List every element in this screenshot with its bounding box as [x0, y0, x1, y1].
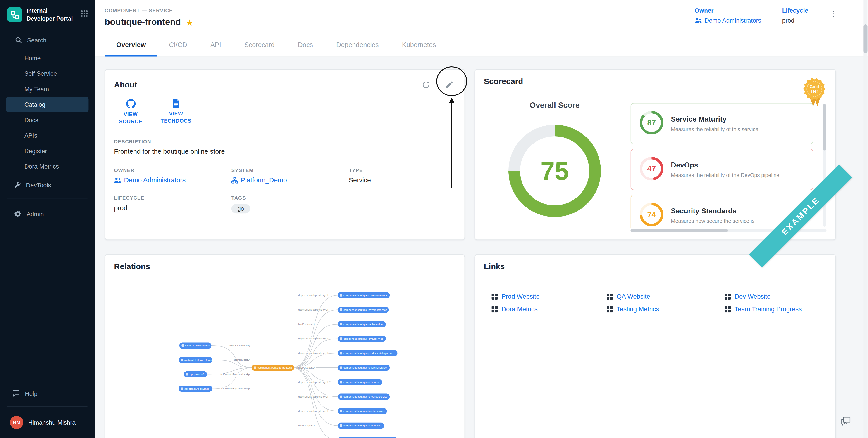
link-prod-website[interactable]: Prod Website	[492, 293, 607, 300]
owner-label: Owner	[695, 7, 761, 14]
lifecycle-label: Lifecycle	[782, 7, 808, 14]
link-qa-website[interactable]: QA Website	[607, 293, 724, 300]
relation-node-system-platform-demo[interactable]: system:Platform_Demo	[179, 357, 212, 363]
search-label: Search	[27, 37, 46, 43]
sidebar-item-apis[interactable]: APIs	[6, 128, 89, 143]
svg-text:component:boutique-paymentserv: component:boutique-paymentservice	[343, 308, 387, 311]
relation-edge-label: hasPart / partOf	[299, 323, 315, 326]
sidebar-item-register[interactable]: Register	[6, 143, 89, 159]
tab-dependencies[interactable]: Dependencies	[325, 35, 390, 56]
score-description: Measures the reliability of the DevOps p…	[671, 172, 779, 178]
apps-grid-icon[interactable]	[81, 9, 88, 20]
scorecard-item-devops[interactable]: 47DevOpsMeasures the reliability of the …	[630, 149, 813, 190]
relation-edge-label: dependsOn / dependencyOf	[299, 381, 328, 383]
score-ring: 74	[639, 202, 664, 228]
svg-text:74: 74	[647, 210, 656, 218]
relation-node-demo-administrators[interactable]: Demo Administrators	[180, 343, 212, 349]
relation-edge-label: dependsOn / dependencyOf	[299, 395, 328, 398]
type-value: Service	[349, 176, 456, 184]
page-scrollbar[interactable]	[864, 0, 867, 438]
svg-text:component:boutique-emailservic: component:boutique-emailservice	[343, 337, 383, 340]
relation-node-component-boutique-adservice[interactable]: component:boutique-adservice	[338, 379, 382, 385]
sidebar-search[interactable]: Search	[0, 31, 95, 49]
relation-node-api-protobuf[interactable]: api:protobuf	[184, 371, 207, 377]
chat-bubble-icon[interactable]	[841, 416, 851, 428]
link-dev-website[interactable]: Dev Website	[724, 293, 826, 300]
more-menu-icon[interactable]: ⋮	[829, 9, 838, 18]
tab-ci-cd[interactable]: CI/CD	[157, 35, 199, 56]
tab-overview[interactable]: Overview	[104, 35, 157, 56]
svg-text:component:boutique-productcata: component:boutique-productcatalogservice	[343, 352, 394, 355]
lifecycle-meta: Lifecycle prod	[782, 7, 808, 24]
view-techdocs-button[interactable]: VIEW TECHDOCS	[159, 99, 193, 126]
relation-node-component-boutique-redisservice[interactable]: component:boutique-redisservice	[338, 321, 386, 327]
sidebar-item-home[interactable]: Home	[6, 50, 89, 66]
svg-text:api:protobuf: api:protobuf	[190, 373, 204, 376]
relation-edge-label: ownerOf / ownedBy	[229, 344, 250, 347]
about-field-lifecycle: LIFECYCLE prod	[114, 195, 231, 213]
about-field-tags: TAGS go	[231, 195, 349, 213]
edit-button[interactable]	[441, 77, 457, 92]
link-testing-metrics[interactable]: Testing Metrics	[607, 306, 724, 312]
system-icon	[231, 177, 238, 183]
avatar: HM	[10, 416, 23, 429]
owner-value: Demo Administrators	[705, 17, 761, 24]
tab-kubernetes[interactable]: Kubernetes	[390, 35, 447, 56]
relation-node-component-boutique-shippingservice[interactable]: component:boutique-shippingservice	[338, 365, 390, 371]
scorecard-item-service-maturity[interactable]: 87Service MaturityMeasures the reliabili…	[630, 103, 813, 144]
app-title: Internal Developer Portal	[27, 7, 76, 22]
svg-text:system:Platform_Demo: system:Platform_Demo	[184, 359, 212, 361]
links-card: Links Prod WebsiteQA WebsiteDev WebsiteD…	[474, 254, 836, 438]
sidebar-item-docs[interactable]: Docs	[6, 112, 89, 128]
sidebar-item-admin[interactable]: Admin	[0, 205, 95, 223]
relation-node-component-boutique-currencyservice[interactable]: component:boutique-currencyservice	[338, 292, 390, 298]
owner-link[interactable]: Demo Administrators	[114, 176, 231, 184]
sidebar-item-catalog[interactable]: Catalog	[6, 97, 89, 112]
relation-node-component-boutique-cartservice[interactable]: component:boutique-cartservice	[338, 423, 384, 429]
user-menu[interactable]: HM Himanshu Mishra	[0, 411, 95, 434]
sidebar-item-devtools[interactable]: DevTools	[0, 176, 95, 194]
relation-node-component-boutique-frontend[interactable]: component:boutique-frontend	[252, 365, 294, 371]
relation-node-component-boutique-recommendationservice[interactable]: component:boutique-recommendationservice	[338, 437, 397, 438]
tag-chip-go[interactable]: go	[231, 204, 250, 213]
link-team-training-progress[interactable]: Team Training Progress	[724, 306, 826, 312]
sidebar-item-help[interactable]: Help	[0, 385, 95, 402]
relation-edge-label: hasPart / partOf	[299, 366, 315, 369]
relation-node-component-boutique-loadgenerator[interactable]: component:boutique-loadgenerator	[338, 408, 387, 414]
about-title: About	[114, 80, 137, 89]
tab-scorecard[interactable]: Scorecard	[232, 35, 286, 56]
scorecard-vertical-scrollbar[interactable]	[823, 104, 826, 227]
sidebar-item-self-service[interactable]: Self Service	[6, 66, 89, 81]
refresh-button[interactable]	[418, 77, 433, 92]
relation-node-component-boutique-productcatalogservice[interactable]: component:boutique-productcatalogservice	[338, 350, 397, 356]
relation-edge-label: hasPart / partOf	[234, 359, 250, 361]
system-link[interactable]: Platform_Demo	[231, 176, 349, 184]
svg-text:component:boutique-checkoutser: component:boutique-checkoutservice	[343, 395, 388, 398]
wrench-icon	[14, 181, 21, 189]
relation-node-component-boutique-checkoutservice[interactable]: component:boutique-checkoutservice	[338, 394, 390, 400]
score-name: DevOps	[671, 161, 779, 169]
relation-node-component-boutique-emailservice[interactable]: component:boutique-emailservice	[338, 336, 386, 342]
tab-docs[interactable]: Docs	[286, 35, 325, 56]
score-name: Service Maturity	[671, 115, 758, 124]
app-logo[interactable]	[7, 7, 22, 22]
owner-link[interactable]: Demo Administrators	[695, 17, 761, 24]
relation-node-component-boutique-paymentservice[interactable]: component:boutique-paymentservice	[338, 307, 389, 313]
sidebar-footer: Help HM Himanshu Mishra	[0, 383, 95, 438]
sidebar-nav: HomeSelf ServiceMy TeamCatalogDocsAPIsRe…	[0, 50, 95, 174]
people-icon	[114, 177, 121, 182]
relation-edge-label: dependsOn / dependencyOf	[299, 352, 328, 355]
view-source-button[interactable]: VIEW SOURCE	[114, 99, 147, 126]
about-field-owner: OWNER Demo Administrators	[114, 167, 231, 184]
gear-icon	[14, 210, 22, 218]
relation-node-api-standard-graphql[interactable]: api:standard-graphql	[179, 385, 212, 392]
favorite-star-icon[interactable]: ★	[186, 18, 193, 27]
devtools-label: DevTools	[26, 182, 51, 188]
link-dora-metrics[interactable]: Dora Metrics	[492, 306, 607, 312]
tags-list: go	[231, 204, 349, 213]
tab-api[interactable]: API	[199, 35, 232, 56]
sidebar-item-my-team[interactable]: My Team	[6, 81, 89, 97]
sidebar-item-dora-metrics[interactable]: Dora Metrics	[6, 159, 89, 174]
entity-tabs: OverviewCI/CDAPIScorecardDocsDependencie…	[95, 35, 868, 57]
svg-text:component:boutique-frontend: component:boutique-frontend	[257, 366, 292, 369]
